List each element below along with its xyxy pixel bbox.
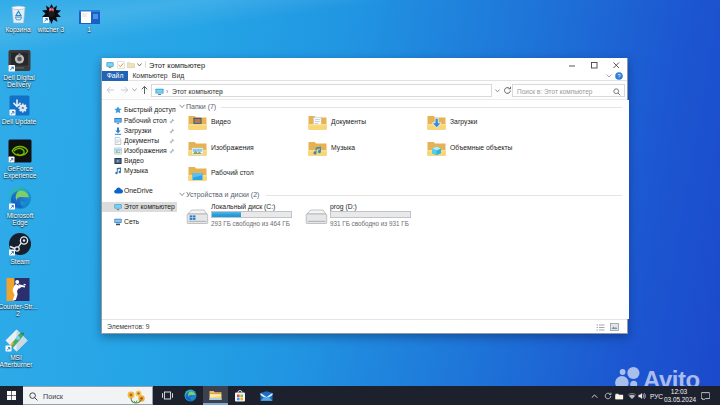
nav-item-quick-access[interactable]: Быстрый доступ	[102, 105, 177, 115]
desktop-icon-counter-strike-2[interactable]: Counter-Str... 2	[0, 278, 42, 317]
search-highlights-flowers-icon[interactable]	[125, 389, 147, 404]
recent-locations-icon[interactable]	[132, 88, 137, 92]
nav-item-pictures[interactable]: Изображения	[102, 146, 177, 156]
language-indicator[interactable]: РУС	[650, 393, 663, 400]
desktop-icon-label: Afterburner	[0, 361, 40, 368]
folder-tile-3d-objects[interactable]: Объемные объекты	[427, 140, 547, 157]
explorer-window: Этот компьютер Файл Компьютер Вид ?	[101, 58, 628, 334]
taskbar-mail-button[interactable]	[254, 386, 279, 405]
desktop-icon-msi-afterburner[interactable]: MSI Afterburner	[0, 329, 40, 368]
drive-free-space: 931 ГБ свободно из 931 ГБ	[330, 220, 409, 227]
drive-d-icon	[305, 207, 328, 227]
desktop-icon-label-group: Dell Update	[0, 118, 43, 125]
group-header-drives[interactable]: Устройства и диски (2)	[177, 191, 629, 199]
folder-tile-music[interactable]: Музыка	[308, 140, 418, 157]
volume-icon[interactable]	[638, 392, 646, 400]
windows-logo-icon	[7, 391, 16, 400]
large-icons-view-icon[interactable]	[610, 323, 619, 331]
refresh-icon[interactable]	[503, 86, 512, 95]
clock[interactable]: 12:03 03.05.2024	[664, 388, 694, 404]
task-view-icon	[162, 391, 173, 400]
nav-item-documents[interactable]: Документы	[102, 136, 177, 146]
nav-item-this-pc[interactable]: Этот компьютер	[102, 202, 177, 212]
folder-tile-desktop[interactable]: Рабочий стол	[188, 165, 298, 182]
taskbar-explorer-button[interactable]	[203, 386, 228, 405]
drive-usage-bar	[211, 211, 292, 218]
desktop-icon	[114, 117, 122, 125]
details-view-icon[interactable]	[596, 324, 605, 331]
navigation-pane: Быстрый доступ Рабочий стол	[102, 100, 177, 319]
folder-tile-pictures[interactable]: Изображения	[188, 140, 298, 157]
breadcrumb-separator[interactable]: ›	[220, 88, 222, 95]
close-button[interactable]	[605, 58, 627, 71]
desktop-icon-file-1[interactable]: 1	[65, 10, 113, 33]
desktop-icon-geforce-experience[interactable]: GeForce Experience	[0, 139, 44, 179]
address-dropdown-icon[interactable]	[495, 89, 500, 93]
title-bar[interactable]: Этот компьютер	[102, 58, 627, 71]
taskbar-store-button[interactable]	[228, 386, 251, 405]
forward-icon[interactable]	[120, 86, 129, 94]
desktop-icon-label: Edge	[0, 219, 44, 226]
desktop-icon-label-group: Steam	[0, 258, 44, 265]
desktop-icon-dell-update[interactable]: Dell Update	[0, 95, 43, 125]
qat-dropdown-icon[interactable]	[137, 63, 142, 67]
action-center-icon[interactable]	[701, 392, 710, 401]
dell-digital-delivery-icon	[8, 49, 31, 72]
nav-item-desktop[interactable]: Рабочий стол	[102, 116, 177, 126]
desktop-icon-microsoft-edge[interactable]: Microsoft Edge	[0, 186, 44, 226]
desktop-icon-label-group: Counter-Str... 2	[0, 303, 42, 317]
qat-separator	[145, 61, 146, 68]
counter-strike-2-icon	[6, 278, 30, 301]
desktop-icon-label: 2	[0, 310, 42, 317]
tray-time: 12:03	[664, 388, 694, 396]
desktop-icon-steam[interactable]: Steam	[0, 232, 44, 265]
desktop-icon-label: Counter-Str...	[0, 303, 42, 310]
breadcrumb[interactable]: Этот компьютер	[172, 88, 223, 95]
expand-ribbon-icon[interactable]	[606, 74, 612, 78]
search-box[interactable]: Поиск в: Этот компьютер	[512, 84, 625, 97]
tab-view[interactable]: Вид	[168, 71, 188, 81]
maximize-button[interactable]	[583, 58, 605, 71]
new-folder-icon[interactable]	[127, 61, 135, 69]
folder-tile-videos[interactable]: Видео	[188, 114, 298, 131]
status-bar: Элементов: 9	[102, 319, 627, 333]
help-icon[interactable]: ?	[615, 72, 623, 80]
nav-item-music[interactable]: Музыка	[102, 166, 177, 176]
nav-item-network[interactable]: Сеть	[102, 217, 177, 227]
desktop-icon-dell-digital-delivery[interactable]: Dell Digital Delivery	[0, 49, 43, 88]
drive-tile-c[interactable]: Локальный диск (C:) 293 ГБ свободно из 4…	[186, 206, 301, 228]
group-header-folders[interactable]: Папки (7)	[177, 103, 629, 111]
collapse-group-icon[interactable]	[179, 192, 185, 197]
items-count: Элементов: 9	[107, 323, 150, 330]
hidden-icons-chevron-icon[interactable]	[591, 394, 598, 399]
collapse-group-icon[interactable]	[179, 104, 185, 109]
drive-tile-d[interactable]: prog (D:) 931 ГБ свободно из 931 ГБ	[305, 206, 420, 228]
up-icon[interactable]	[140, 85, 149, 95]
ribbon-tabs: Файл Компьютер Вид ?	[102, 71, 627, 81]
nav-item-onedrive[interactable]: OneDrive	[102, 186, 177, 196]
downloads-icon	[114, 127, 122, 135]
network-icon[interactable]	[628, 392, 636, 400]
properties-icon[interactable]	[117, 61, 125, 69]
folder-tile-documents[interactable]: Документы	[308, 114, 418, 131]
start-button[interactable]	[0, 386, 23, 405]
nav-item-videos[interactable]: Видео	[102, 156, 177, 166]
address-bar[interactable]: › Этот компьютер ›	[151, 84, 492, 97]
taskbar-search-box[interactable]: Поиск	[23, 386, 153, 405]
drive-free-space: 293 ГБ свободно из 464 ГБ	[211, 220, 290, 227]
pin-icon	[169, 138, 175, 144]
sync-icon[interactable]	[604, 392, 612, 400]
back-icon[interactable]	[106, 86, 115, 94]
group-rule	[221, 107, 622, 108]
desktop-icon-label: Microsoft	[0, 212, 44, 219]
taskbar-edge-button[interactable]	[179, 386, 202, 405]
task-view-button[interactable]	[156, 386, 179, 405]
tab-computer[interactable]: Компьютер	[132, 71, 168, 81]
nav-item-downloads[interactable]: Загрузки	[102, 126, 177, 136]
search-icon[interactable]	[613, 88, 621, 96]
desktop-icon-label: Experience	[0, 172, 44, 179]
folder-tray-icon[interactable]	[615, 393, 624, 400]
folder-tile-downloads[interactable]: Загрузки	[427, 114, 537, 131]
minimize-button[interactable]	[561, 58, 583, 71]
tab-file[interactable]: Файл	[102, 71, 128, 81]
